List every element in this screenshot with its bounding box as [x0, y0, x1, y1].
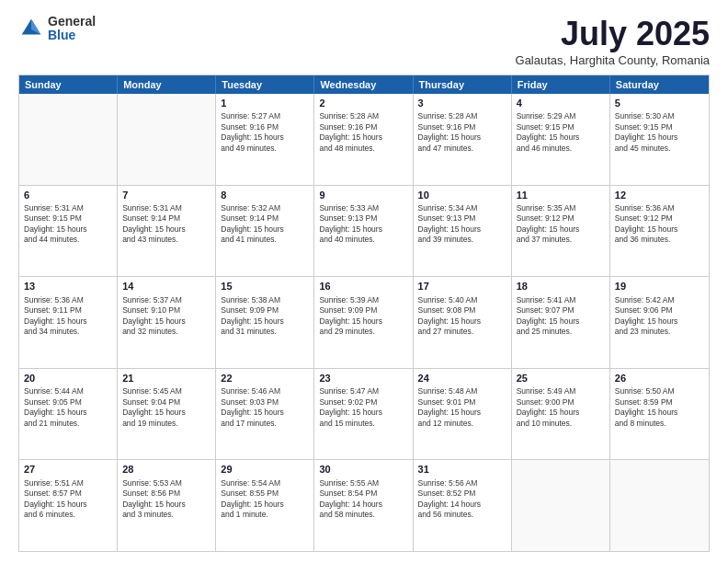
cell-info: Daylight: 15 hours: [24, 316, 112, 327]
day-number: 6: [24, 189, 112, 202]
cell-info: Daylight: 15 hours: [122, 316, 210, 327]
cell-info: Daylight: 15 hours: [24, 408, 112, 418]
calendar-row-3: 20Sunrise: 5:44 AMSunset: 9:05 PMDayligh…: [19, 368, 709, 460]
cell-info: Sunset: 8:54 PM: [319, 488, 407, 499]
day-number: 22: [221, 372, 309, 385]
day-number: 21: [122, 372, 210, 385]
calendar-row-2: 13Sunrise: 5:36 AMSunset: 9:11 PMDayligh…: [19, 276, 709, 368]
calendar-cell: 20Sunrise: 5:44 AMSunset: 9:05 PMDayligh…: [19, 369, 118, 460]
cell-info: Sunrise: 5:51 AM: [24, 478, 112, 488]
day-number: 10: [418, 189, 506, 202]
month-title: July 2025: [516, 15, 710, 53]
cell-info: Daylight: 15 hours: [221, 316, 309, 327]
calendar-cell: 12Sunrise: 5:36 AMSunset: 9:12 PMDayligh…: [610, 186, 709, 277]
cell-info: and 56 minutes.: [418, 510, 506, 520]
cell-info: Sunrise: 5:56 AM: [418, 478, 506, 488]
calendar-cell: 11Sunrise: 5:35 AMSunset: 9:12 PMDayligh…: [512, 186, 610, 277]
logo-icon: [18, 16, 44, 41]
cell-info: and 12 minutes.: [418, 419, 506, 429]
logo: General Blue: [18, 15, 96, 43]
cell-info: Sunrise: 5:36 AM: [24, 295, 112, 305]
cell-info: Daylight: 15 hours: [221, 132, 309, 143]
cell-info: Sunrise: 5:31 AM: [24, 203, 112, 213]
calendar-cell: 23Sunrise: 5:47 AMSunset: 9:02 PMDayligh…: [314, 369, 413, 460]
cell-info: and 58 minutes.: [319, 510, 407, 520]
calendar-cell: [512, 460, 610, 551]
cell-info: and 46 minutes.: [517, 144, 605, 154]
cell-info: and 6 minutes.: [24, 510, 112, 520]
day-number: 29: [221, 463, 309, 477]
logo-text: General Blue: [48, 15, 96, 43]
cell-info: Sunset: 9:02 PM: [319, 397, 407, 408]
header-day-sunday: Sunday: [19, 75, 118, 94]
calendar-cell: 3Sunrise: 5:28 AMSunset: 9:16 PMDaylight…: [414, 94, 512, 185]
cell-info: Daylight: 15 hours: [319, 408, 407, 418]
calendar-cell: 24Sunrise: 5:48 AMSunset: 9:01 PMDayligh…: [414, 369, 512, 460]
cell-info: Sunset: 9:10 PM: [122, 305, 210, 316]
cell-info: Sunset: 9:16 PM: [418, 122, 506, 132]
day-number: 8: [221, 189, 309, 202]
calendar-row-0: 1Sunrise: 5:27 AMSunset: 9:16 PMDaylight…: [19, 94, 709, 185]
cell-info: Sunset: 9:15 PM: [24, 213, 112, 224]
cell-info: Sunset: 9:16 PM: [221, 122, 309, 132]
calendar-cell: 26Sunrise: 5:50 AMSunset: 8:59 PMDayligh…: [610, 369, 709, 460]
calendar-cell: 5Sunrise: 5:30 AMSunset: 9:15 PMDaylight…: [610, 94, 709, 185]
cell-info: and 37 minutes.: [517, 235, 605, 245]
title-block: July 2025 Galautas, Harghita County, Rom…: [516, 15, 710, 67]
cell-info: Sunrise: 5:36 AM: [615, 203, 704, 213]
day-number: 28: [122, 463, 210, 477]
day-number: 15: [221, 280, 309, 293]
cell-info: and 17 minutes.: [221, 419, 309, 429]
cell-info: and 48 minutes.: [319, 144, 407, 154]
day-number: 14: [122, 280, 210, 293]
cell-info: Sunset: 9:00 PM: [517, 397, 605, 408]
cell-info: Daylight: 15 hours: [418, 132, 506, 143]
cell-info: Daylight: 15 hours: [122, 408, 210, 418]
cell-info: Daylight: 15 hours: [319, 224, 407, 235]
cell-info: Sunset: 9:04 PM: [122, 397, 210, 408]
cell-info: Sunset: 8:55 PM: [221, 488, 309, 499]
calendar-cell: [610, 460, 709, 551]
cell-info: and 45 minutes.: [615, 144, 704, 154]
cell-info: Sunrise: 5:47 AM: [319, 386, 407, 396]
day-number: 16: [319, 280, 407, 293]
calendar-cell: 31Sunrise: 5:56 AMSunset: 8:52 PMDayligh…: [414, 460, 512, 551]
cell-info: Daylight: 15 hours: [418, 224, 506, 235]
day-number: 17: [418, 280, 506, 293]
cell-info: Daylight: 15 hours: [517, 224, 605, 235]
calendar-cell: 2Sunrise: 5:28 AMSunset: 9:16 PMDaylight…: [314, 94, 413, 185]
header-day-tuesday: Tuesday: [216, 75, 314, 94]
day-number: 2: [319, 97, 407, 110]
calendar-body: 1Sunrise: 5:27 AMSunset: 9:16 PMDaylight…: [19, 94, 709, 551]
header: General Blue July 2025 Galautas, Harghit…: [18, 15, 710, 67]
cell-info: and 10 minutes.: [517, 419, 605, 429]
cell-info: Sunset: 9:15 PM: [517, 122, 605, 132]
cell-info: Sunrise: 5:53 AM: [122, 478, 210, 488]
calendar-cell: 13Sunrise: 5:36 AMSunset: 9:11 PMDayligh…: [19, 277, 118, 368]
cell-info: Sunrise: 5:37 AM: [122, 295, 210, 305]
subtitle: Galautas, Harghita County, Romania: [516, 53, 710, 67]
cell-info: Sunrise: 5:50 AM: [615, 386, 704, 396]
cell-info: and 39 minutes.: [418, 235, 506, 245]
calendar-cell: 14Sunrise: 5:37 AMSunset: 9:10 PMDayligh…: [118, 277, 216, 368]
cell-info: and 49 minutes.: [221, 144, 309, 154]
cell-info: Sunset: 8:59 PM: [615, 397, 704, 408]
cell-info: and 15 minutes.: [319, 419, 407, 429]
logo-blue: Blue: [48, 29, 96, 42]
cell-info: Sunset: 8:57 PM: [24, 488, 112, 499]
cell-info: Sunrise: 5:44 AM: [24, 386, 112, 396]
cell-info: and 19 minutes.: [122, 419, 210, 429]
day-number: 18: [517, 280, 605, 293]
cell-info: Sunset: 9:13 PM: [319, 213, 407, 224]
calendar-header: SundayMondayTuesdayWednesdayThursdayFrid…: [19, 75, 709, 94]
cell-info: and 40 minutes.: [319, 235, 407, 245]
cell-info: Sunrise: 5:27 AM: [221, 111, 309, 121]
calendar-cell: 27Sunrise: 5:51 AMSunset: 8:57 PMDayligh…: [19, 460, 118, 551]
cell-info: Sunset: 9:12 PM: [615, 213, 704, 224]
day-number: 11: [517, 189, 605, 202]
calendar-cell: 29Sunrise: 5:54 AMSunset: 8:55 PMDayligh…: [216, 460, 314, 551]
cell-info: and 43 minutes.: [122, 235, 210, 245]
cell-info: Daylight: 15 hours: [319, 316, 407, 327]
calendar-cell: 18Sunrise: 5:41 AMSunset: 9:07 PMDayligh…: [512, 277, 610, 368]
day-number: 23: [319, 372, 407, 385]
